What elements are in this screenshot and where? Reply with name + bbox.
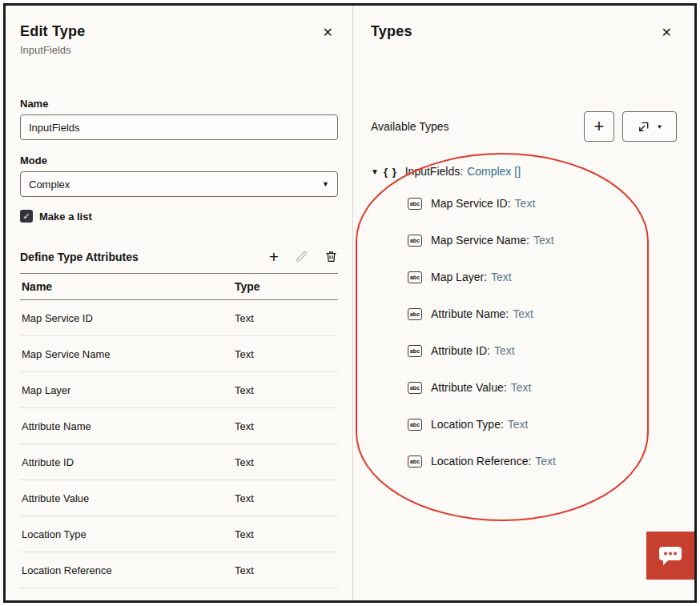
tree-item-type: Text [513,307,533,320]
tree-root-inputfields[interactable]: ▼ { } InputFields: Complex [] [371,158,677,185]
available-types-row: Available Types + ▼ [371,111,677,142]
tree-item[interactable]: abc Location Reference: Text [371,443,677,480]
import-type-icon [637,120,650,134]
tree-item-type: Text [515,197,536,210]
tree-root-type: Complex [] [467,165,521,178]
close-icon[interactable]: ✕ [318,23,338,42]
attributes-title: Define Type Attributes [20,251,253,263]
close-icon[interactable]: ✕ [657,23,677,42]
text-type-icon: abc [408,419,422,431]
tree-item-label: Attribute ID: [431,344,490,357]
edit-type-panel: Edit Type InputFields ✕ Name Mode Comple… [6,6,353,600]
attr-name-cell: Attribute Name [20,420,235,432]
tree-item-type: Text [535,455,556,468]
delete-attribute-button[interactable] [324,250,338,263]
attr-type-cell: Text [235,420,338,432]
tree-item-type: Text [494,344,515,357]
tree-item-label: Map Layer: [431,271,487,283]
available-types-label: Available Types [371,120,584,133]
page-subtitle: InputFields [20,44,318,56]
tree-item[interactable]: abc Attribute ID: Text [371,332,677,369]
attr-type-cell: Text [235,312,338,324]
table-row[interactable]: Location Type Text [20,516,338,552]
tree-item-label: Attribute Value: [431,381,507,394]
attr-type-cell: Text [235,384,338,396]
import-type-menu-button[interactable]: ▼ [622,111,677,142]
chevron-down-icon: ▼ [657,123,663,130]
table-row[interactable]: Attribute Name Text [20,408,338,444]
text-type-icon: abc [408,198,422,210]
make-a-list-checkbox[interactable]: ✓ Make a list [20,210,338,223]
types-title: Types [371,23,657,40]
tree-item-label: Location Reference: [431,455,531,468]
feedback-button[interactable] [646,532,694,580]
collapse-caret-icon[interactable]: ▼ [371,167,384,176]
add-attribute-button[interactable]: + [269,248,279,265]
tree-item[interactable]: abc Attribute Name: Text [371,295,677,332]
plus-icon: + [269,248,279,265]
edit-type-header: Edit Type InputFields ✕ [20,23,338,56]
attr-name-cell: Map Layer [20,384,235,396]
tree-item-label: Map Service ID: [431,197,511,210]
attr-name-cell: Location Type [20,528,235,540]
attr-name-cell: Map Service ID [20,312,235,324]
trash-icon [324,250,338,263]
tree-item-label: Attribute Name: [431,307,509,320]
tree-item-type: Text [511,381,532,394]
table-header: Name Type [20,273,338,300]
column-header-name: Name [20,280,235,293]
text-type-icon: abc [408,271,422,283]
pencil-icon [295,250,308,263]
tree-item-label: Location Type: [431,418,504,431]
make-a-list-label: Make a list [39,211,92,223]
add-type-button[interactable]: + [584,111,614,142]
tree-item[interactable]: abc Map Service Name: Text [371,222,677,259]
tree-item-type: Text [508,418,529,431]
table-row[interactable]: Map Service ID Text [20,300,338,336]
complex-type-icon: { } [384,166,397,178]
tree-item-label: Map Service Name: [431,234,529,247]
tree-item[interactable]: abc Attribute Value: Text [371,369,677,406]
table-row[interactable]: Map Layer Text [20,372,338,408]
text-type-icon: abc [408,235,422,247]
name-input[interactable] [20,114,338,140]
attr-name-cell: Map Service Name [20,348,235,360]
checkbox-check-icon: ✓ [20,210,33,223]
attr-type-cell: Text [235,456,338,468]
table-row[interactable]: Map Service Name Text [20,336,338,372]
text-type-icon: abc [408,456,422,468]
chevron-down-icon: ▼ [322,180,329,188]
attributes-toolbar: Define Type Attributes + [20,248,338,265]
table-row[interactable]: Location Reference Text [20,552,338,588]
tree-item-type: Text [491,271,512,283]
types-tree: ▼ { } InputFields: Complex [] abc Map Se… [371,158,677,480]
text-type-icon: abc [408,308,422,320]
attr-type-cell: Text [235,564,338,576]
types-header: Types ✕ [371,23,677,42]
types-panel: Types ✕ Available Types + ▼ ▼ { } [353,6,694,600]
attr-name-cell: Attribute Value [20,492,235,504]
plus-icon: + [594,116,605,137]
mode-label: Mode [20,155,338,167]
tree-item[interactable]: abc Map Service ID: Text [371,185,677,222]
tree-root-label: InputFields: [405,165,463,178]
edit-attribute-button[interactable] [295,250,308,263]
mode-select[interactable]: Complex ▼ [20,171,338,197]
tree-item[interactable]: abc Map Layer: Text [371,259,677,295]
tree-item[interactable]: abc Location Type: Text [371,406,677,443]
attr-name-cell: Attribute ID [20,456,235,468]
attr-name-cell: Location Reference [20,564,235,576]
attr-type-cell: Text [235,492,338,504]
page-title: Edit Type [20,23,318,40]
text-type-icon: abc [408,382,422,394]
tree-item-type: Text [533,234,554,247]
table-row[interactable]: Attribute ID Text [20,444,338,480]
name-label: Name [20,98,338,110]
mode-selected-value: Complex [29,179,322,191]
attr-type-cell: Text [235,528,338,540]
column-header-type: Type [235,280,338,293]
window: Edit Type InputFields ✕ Name Mode Comple… [3,3,697,603]
chat-bubble-icon [658,544,683,567]
text-type-icon: abc [408,345,422,357]
table-row[interactable]: Attribute Value Text [20,480,338,516]
